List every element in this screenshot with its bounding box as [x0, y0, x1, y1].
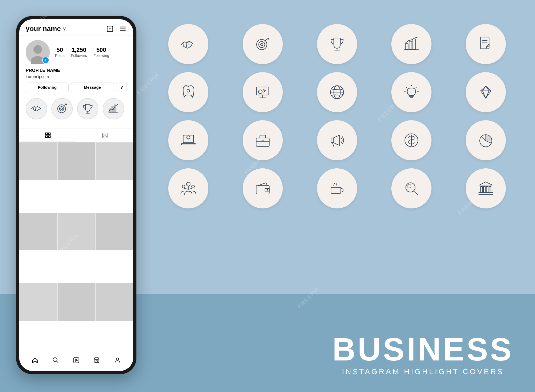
svg-line-62 — [406, 87, 407, 88]
icon-laptop — [168, 120, 208, 160]
username-text: your name — [26, 25, 61, 33]
main-title: BUSINESS — [333, 333, 514, 365]
icon-target — [243, 24, 283, 64]
profile-stats: 50 Posts 1,250 Followers 500 Following — [55, 46, 127, 58]
svg-rect-19 — [114, 105, 116, 112]
icon-megaphone — [317, 120, 357, 160]
following-stat: 500 Following — [93, 46, 109, 58]
svg-point-79 — [186, 182, 190, 186]
svg-point-11 — [61, 108, 63, 110]
icon-search-magnifier — [391, 168, 431, 208]
highlight-target[interactable] — [51, 98, 73, 119]
icon-lightbulb — [391, 72, 431, 112]
svg-rect-17 — [109, 109, 111, 112]
svg-rect-94 — [481, 187, 483, 193]
svg-point-10 — [59, 107, 64, 111]
icon-briefcase — [243, 120, 283, 160]
main-subtitle: INSTAGRAM HIGHLIGHT COVERS — [333, 367, 514, 376]
followers-stat: 1,250 Followers — [71, 46, 87, 58]
svg-rect-74 — [331, 138, 333, 143]
add-photo-button[interactable]: + — [42, 57, 49, 64]
ig-profile: + 50 Posts 1,250 Followers 500 — [19, 36, 133, 129]
svg-point-80 — [182, 185, 185, 188]
svg-rect-97 — [489, 187, 491, 193]
search-nav-icon[interactable] — [52, 357, 59, 366]
icon-team — [168, 168, 208, 208]
home-nav-icon[interactable] — [32, 357, 39, 366]
photo-grid — [19, 142, 133, 353]
icon-handshake — [168, 24, 208, 64]
svg-line-75 — [333, 143, 334, 146]
icon-diamond — [466, 72, 506, 112]
grid-cell-2 — [58, 142, 95, 180]
grid-tab[interactable] — [19, 129, 76, 142]
ig-username[interactable]: your name ∨ — [26, 25, 66, 33]
svg-line-84 — [188, 188, 192, 189]
icon-bar-chart — [391, 24, 431, 64]
grid-cell-6 — [95, 213, 133, 250]
svg-line-89 — [414, 191, 418, 195]
grid-cell-7 — [19, 283, 57, 321]
svg-point-7 — [33, 45, 42, 54]
svg-point-87 — [267, 189, 268, 191]
svg-line-83 — [185, 188, 188, 189]
icon-bank — [466, 168, 506, 208]
svg-point-35 — [261, 43, 263, 46]
svg-line-49 — [486, 46, 487, 48]
profile-avatar[interactable]: + — [26, 40, 50, 64]
svg-rect-21 — [45, 133, 47, 135]
svg-point-25 — [104, 134, 106, 136]
chevron-icon: ∨ — [63, 26, 66, 32]
svg-point-50 — [187, 90, 190, 92]
svg-point-81 — [192, 185, 194, 188]
ig-content-tabs — [19, 129, 133, 142]
icon-presentation — [243, 72, 283, 112]
grid-cell-5 — [58, 213, 95, 250]
icon-pie-chart — [466, 120, 506, 160]
highlights-row — [26, 97, 127, 122]
profile-bio: Lorem ipsum — [26, 74, 127, 79]
more-options-button[interactable]: ∨ — [116, 83, 127, 92]
svg-marker-91 — [479, 182, 492, 185]
reels-nav-icon[interactable] — [73, 357, 80, 366]
svg-marker-30 — [76, 359, 78, 362]
icon-wallet — [243, 168, 283, 208]
phone-mockup: your name ∨ — [16, 16, 136, 374]
add-post-icon[interactable] — [106, 25, 114, 33]
highlight-chart[interactable] — [103, 98, 124, 119]
svg-point-34 — [259, 41, 265, 48]
icon-trophy — [317, 24, 357, 64]
icon-globe — [317, 72, 357, 112]
profile-nav-icon[interactable] — [114, 357, 121, 366]
grid-cell-8 — [58, 283, 95, 321]
svg-rect-23 — [45, 136, 47, 138]
highlight-handshake[interactable] — [26, 98, 47, 119]
icon-dollar — [391, 120, 431, 160]
icon-coffee — [317, 168, 357, 208]
svg-rect-24 — [48, 136, 50, 138]
header-icons — [106, 25, 127, 33]
svg-rect-71 — [256, 138, 269, 146]
shop-nav-icon[interactable] — [93, 357, 100, 366]
svg-line-36 — [266, 38, 269, 40]
svg-point-90 — [407, 184, 411, 188]
posts-stat: 50 Posts — [55, 46, 64, 58]
icon-document — [466, 24, 506, 64]
svg-rect-95 — [483, 187, 485, 193]
highlight-trophy[interactable] — [77, 98, 98, 119]
following-button[interactable]: Following — [26, 83, 69, 92]
tagged-tab[interactable] — [76, 129, 133, 142]
svg-rect-18 — [112, 107, 113, 112]
message-button[interactable]: Message — [71, 83, 114, 92]
grid-cell-9 — [95, 283, 133, 321]
menu-icon[interactable] — [119, 25, 127, 33]
grid-cell-4 — [19, 213, 57, 250]
svg-marker-66 — [481, 86, 491, 98]
svg-line-28 — [56, 361, 58, 363]
profile-name: PROFILE NAME — [26, 68, 127, 73]
svg-point-54 — [258, 90, 262, 94]
svg-rect-42 — [409, 41, 412, 49]
svg-rect-31 — [96, 361, 98, 363]
grid-cell-1 — [19, 142, 57, 180]
profile-actions: Following Message ∨ — [26, 83, 127, 92]
